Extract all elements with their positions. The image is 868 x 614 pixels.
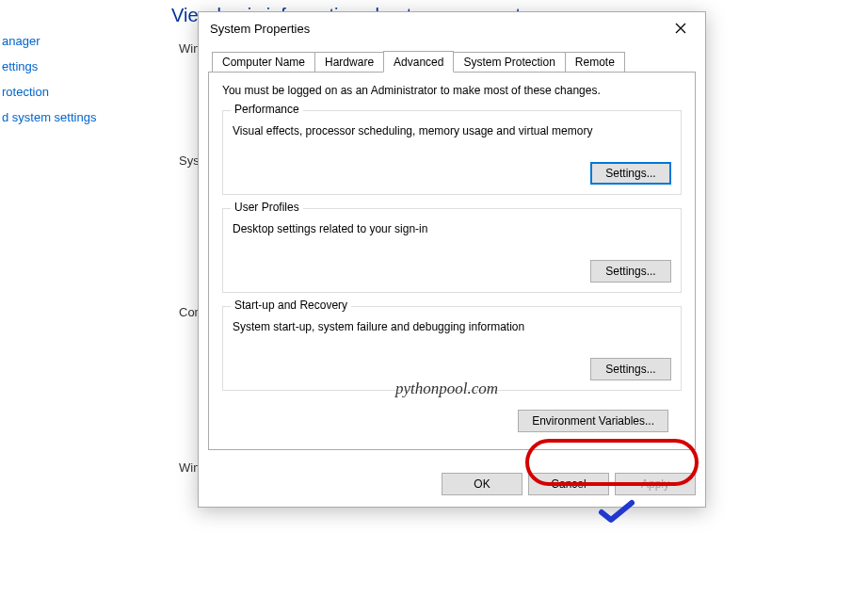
apply-button[interactable]: Apply: [615, 473, 696, 495]
dialog-title: System Properties: [210, 22, 310, 36]
close-button[interactable]: [662, 15, 699, 41]
group-performance: Performance Visual effects, processor sc…: [222, 110, 682, 195]
tab-hardware[interactable]: Hardware: [314, 52, 384, 72]
sidebar-link[interactable]: anager: [0, 28, 151, 54]
tab-system-protection[interactable]: System Protection: [453, 52, 565, 72]
tab-remote[interactable]: Remote: [565, 52, 625, 72]
user-profiles-settings-button[interactable]: Settings...: [590, 260, 671, 283]
group-legend: Performance: [231, 103, 303, 116]
group-desc: System start-up, system failure and debu…: [233, 320, 671, 333]
group-desc: Desktop settings related to your sign-in: [233, 222, 671, 235]
admin-note: You must be logged on as an Administrato…: [222, 84, 682, 97]
group-startup-recovery: Start-up and Recovery System start-up, s…: [222, 306, 682, 391]
performance-settings-button[interactable]: Settings...: [590, 162, 671, 185]
startup-recovery-settings-button[interactable]: Settings...: [590, 358, 671, 380]
ok-button[interactable]: OK: [442, 473, 522, 495]
tab-advanced[interactable]: Advanced: [383, 51, 454, 73]
environment-variables-button[interactable]: Environment Variables...: [518, 410, 668, 432]
group-legend: User Profiles: [231, 201, 303, 214]
watermark-text: pythonpool.com: [395, 380, 498, 398]
tab-computer-name[interactable]: Computer Name: [212, 52, 315, 72]
group-desc: Visual effects, processor scheduling, me…: [233, 124, 671, 137]
group-user-profiles: User Profiles Desktop settings related t…: [222, 208, 682, 293]
close-icon: [675, 23, 686, 34]
titlebar: System Properties: [199, 12, 705, 44]
dialog-button-row: OK Cancel Apply: [199, 460, 705, 507]
cancel-button[interactable]: Cancel: [528, 473, 609, 495]
sidebar-link[interactable]: rotection: [0, 79, 151, 105]
group-legend: Start-up and Recovery: [231, 299, 351, 312]
sidebar-links: anager ettings rotection d system settin…: [0, 28, 151, 130]
sidebar-link[interactable]: ettings: [0, 54, 151, 79]
system-properties-dialog: System Properties Computer Name Hardware…: [198, 11, 706, 508]
sidebar-link[interactable]: d system settings: [0, 105, 151, 130]
tab-row: Computer Name Hardware Advanced System P…: [208, 50, 696, 73]
